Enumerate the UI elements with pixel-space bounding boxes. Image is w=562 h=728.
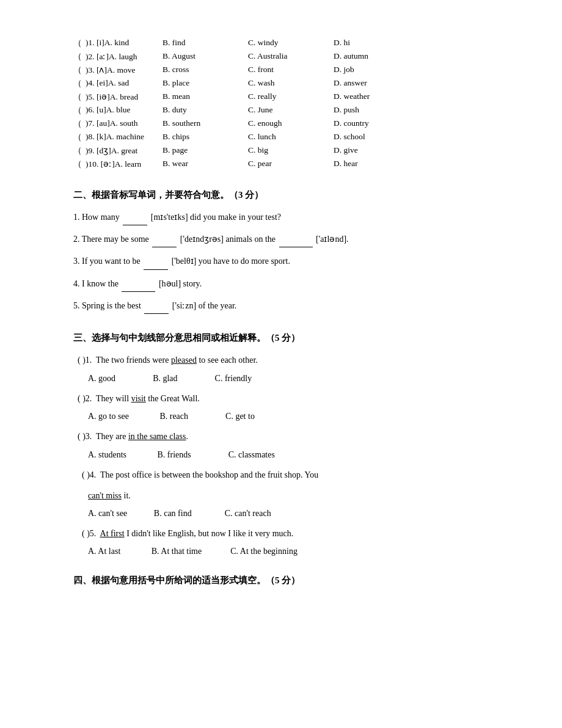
section3-title: 三、选择与句中划线部分意思相同或相近解释。（5 分） [73, 332, 513, 344]
underline-same-class: in the same class [128, 432, 186, 441]
section2-title: 二、根据音标写单词，并要符合句意。（3 分） [73, 189, 513, 201]
opt-q5-c: C. At the beginning [226, 547, 297, 556]
bracket: （ [73, 90, 83, 104]
phonics-opt-d: D. school [334, 131, 413, 144]
phonics-opt-c: C. big [248, 144, 334, 158]
bracket: （ [73, 37, 83, 50]
phonics-opt-b: B. wear [162, 158, 248, 171]
bracket: （ [73, 144, 83, 158]
phonics-opt-d: D. hi [334, 37, 413, 50]
phonics-row: （ )10. [əː]A. learn B. wear C. pear D. h… [73, 158, 413, 171]
phonics-row: （ )4. [ei]A. sad B. place C. wash D. ans… [73, 77, 413, 90]
phonics-opt-b: B. page [162, 144, 248, 158]
bracket: （ [73, 104, 83, 117]
phonics-opt-d: D. answer [334, 77, 413, 90]
underline-at-first: At first [100, 529, 125, 538]
opt-q1-a: A. good [88, 374, 115, 384]
section4-title: 四、根据句意用括号中所给词的适当形式填空。（5 分） [73, 575, 513, 586]
opt-q2-c: C. get to [213, 412, 255, 421]
phonics-opt-b: B. chips [162, 131, 248, 144]
underline-pleased: pleased [171, 355, 197, 365]
phonics-num-phoneme: )6. [u]A. blue [83, 104, 162, 117]
opt-q5-b: B. At that time [145, 547, 202, 556]
phonics-opt-d: D. job [334, 64, 413, 77]
fill-q5: 5. Spring is the best ['siːzn] of the ye… [73, 298, 513, 314]
choice-q4-cont: can't miss it. [73, 488, 513, 503]
phonics-row: （ )5. [iə]A. bread B. mean C. really D. … [73, 90, 413, 104]
opt-q2-a: A. go to see [88, 412, 129, 421]
phonics-opt-d: D. push [334, 104, 413, 117]
phonics-opt-c: C. lunch [248, 131, 334, 144]
opt-q3-c: C. classmates [216, 450, 275, 460]
phonics-row: （ )2. [aː]A. laugh B. August C. Australi… [73, 50, 413, 64]
opt-q1-b: B. glad [140, 374, 177, 384]
phonics-row: （ )7. [au]A. south B. southern C. enough… [73, 117, 413, 131]
section2: 二、根据音标写单词，并要符合句意。（3 分） 1. How many [mɪs'… [73, 189, 513, 314]
bracket: （ [73, 117, 83, 131]
opts-q4: A. can't see B. can find C. can't reach [73, 509, 513, 519]
phonics-opt-b: B. southern [162, 117, 248, 131]
phonics-opt-b: B. duty [162, 104, 248, 117]
blank1 [123, 209, 147, 225]
phonics-opt-d: D. give [334, 144, 413, 158]
opts-q2: A. go to see B. reach C. get to [73, 412, 513, 421]
phonics-opt-b: B. place [162, 77, 248, 90]
opts-q3: A. students B. friends C. classmates [73, 450, 513, 460]
opt-q3-b: B. friends [151, 450, 191, 460]
phonics-opt-c: C. wash [248, 77, 334, 90]
opt-q4-a: A. can't see [88, 509, 127, 519]
phonics-num-phoneme: )8. [k]A. machine [83, 131, 162, 144]
opts-q1: A. good B. glad C. friendly [73, 374, 513, 384]
phonics-row: （ )9. [dʒ]A. great B. page C. big D. giv… [73, 144, 413, 158]
phonics-opt-b: B. find [162, 37, 248, 50]
opt-q5-a: A. At last [88, 547, 120, 556]
underline-cant-miss: can't miss [88, 491, 122, 500]
blank3 [144, 253, 168, 269]
phonics-num-phoneme: )7. [au]A. south [83, 117, 162, 131]
phonics-opt-b: B. mean [162, 90, 248, 104]
phonics-opt-d: D. country [334, 117, 413, 131]
phonics-num-phoneme: )1. [i]A. kind [83, 37, 162, 50]
phonics-num-phoneme: )5. [iə]A. bread [83, 90, 162, 104]
choice-q2: ( )2. They will visit the Great Wall. [73, 391, 513, 407]
phonics-row: （ )1. [i]A. kind B. find C. windy D. hi [73, 37, 413, 50]
phonics-opt-d: D. hear [334, 158, 413, 171]
phonics-row: （ )3. [ʌ]A. move B. cross C. front D. jo… [73, 64, 413, 77]
bracket: （ [73, 131, 83, 144]
opts-q5: A. At last B. At that time C. At the beg… [73, 547, 513, 556]
phonics-num-phoneme: )4. [ei]A. sad [83, 77, 162, 90]
bracket: （ [73, 158, 83, 171]
phonics-row: （ )6. [u]A. blue B. duty C. June D. push [73, 104, 413, 117]
phonics-opt-c: C. enough [248, 117, 334, 131]
section3: 三、选择与句中划线部分意思相同或相近解释。（5 分） ( )1. The two… [73, 332, 513, 556]
phonics-opt-c: C. June [248, 104, 334, 117]
bracket: （ [73, 77, 83, 90]
phonics-num-phoneme: )2. [aː]A. laugh [83, 50, 162, 64]
phonics-opt-c: C. Australia [248, 50, 334, 64]
phonics-opt-c: C. really [248, 90, 334, 104]
fill-q3: 3. If you want to be ['belθɪ] you have t… [73, 253, 513, 269]
opt-q4-c: C. can't reach [216, 509, 271, 519]
phonics-opt-c: C. windy [248, 37, 334, 50]
fill-q1: 1. How many [mɪs'teɪks] did you make in … [73, 209, 513, 225]
choice-q5: ( )5. At first I didn't like English, bu… [73, 526, 513, 542]
fill-q2: 2. There may be some ['deɪndʒrəs] animal… [73, 231, 513, 247]
phonics-opt-d: D. autumn [334, 50, 413, 64]
phonics-opt-b: B. cross [162, 64, 248, 77]
blank5 [144, 298, 169, 314]
choice-q1: ( )1. The two friends were pleased to se… [73, 352, 513, 369]
bracket: （ [73, 64, 83, 77]
bracket: （ [73, 50, 83, 64]
phonics-opt-c: C. pear [248, 158, 334, 171]
choice-questions: ( )1. The two friends were pleased to se… [73, 352, 513, 556]
phonics-opt-b: B. August [162, 50, 248, 64]
phonics-num-phoneme: )9. [dʒ]A. great [83, 144, 162, 158]
phonics-opt-d: D. weather [334, 90, 413, 104]
opt-q3-a: A. students [88, 450, 126, 460]
opt-q4-b: B. can find [151, 509, 191, 519]
phonics-table: （ )1. [i]A. kind B. find C. windy D. hi … [73, 37, 413, 171]
blank2b [279, 231, 313, 247]
choice-q4: ( )4. The post office is between the boo… [73, 467, 513, 484]
section4: 四、根据句意用括号中所给词的适当形式填空。（5 分） [73, 575, 513, 586]
fill-questions: 1. How many [mɪs'teɪks] did you make in … [73, 209, 513, 314]
